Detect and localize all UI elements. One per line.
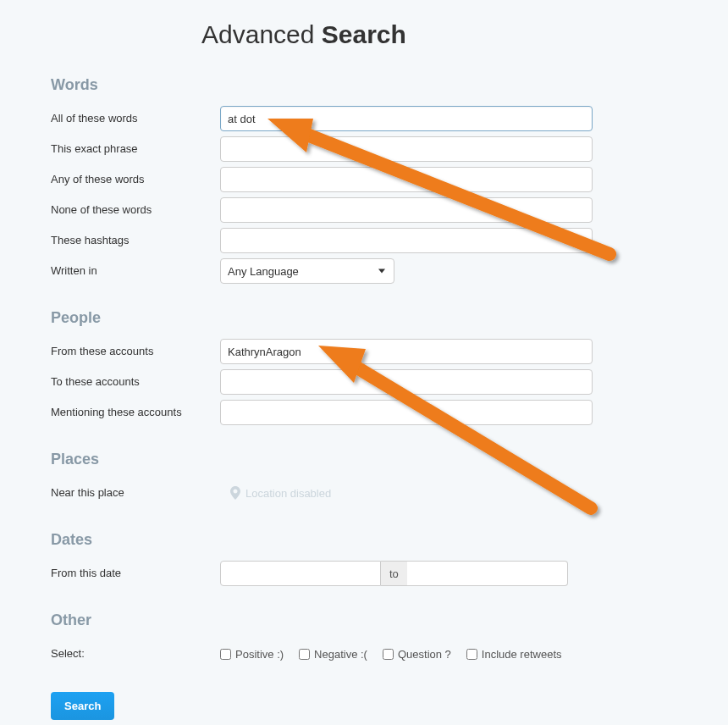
none-words-label: None of these words	[51, 203, 220, 217]
from-accounts-label: From these accounts	[51, 345, 220, 358]
from-accounts-input[interactable]	[220, 339, 593, 364]
negative-option[interactable]: Negative :(	[299, 648, 367, 661]
positive-checkbox[interactable]	[220, 649, 231, 660]
hashtags-input[interactable]	[220, 228, 593, 253]
all-words-input[interactable]	[220, 106, 593, 131]
title-light: Advanced	[201, 20, 314, 48]
page-title: Advanced Search	[201, 20, 677, 49]
exact-phrase-input[interactable]	[220, 136, 593, 162]
from-date-label: From this date	[51, 567, 220, 580]
question-option[interactable]: Question ?	[383, 648, 451, 661]
chevron-down-icon	[378, 269, 385, 274]
title-bold: Search	[322, 20, 406, 48]
exact-phrase-label: This exact phrase	[51, 142, 220, 156]
negative-checkbox[interactable]	[299, 649, 310, 660]
people-heading: People	[51, 309, 677, 327]
other-heading: Other	[51, 612, 677, 629]
date-to-separator: to	[381, 561, 407, 586]
hashtags-label: These hashtags	[51, 234, 220, 247]
any-words-label: Any of these words	[51, 173, 220, 186]
location-pin-icon	[230, 486, 240, 500]
question-checkbox[interactable]	[383, 649, 394, 660]
date-from-input[interactable]	[220, 561, 381, 586]
retweets-checkbox[interactable]	[466, 649, 477, 660]
places-heading: Places	[51, 451, 677, 468]
to-accounts-input[interactable]	[220, 369, 593, 395]
date-to-input[interactable]	[407, 561, 568, 586]
all-words-label: All of these words	[51, 112, 220, 125]
positive-option[interactable]: Positive :)	[220, 648, 284, 661]
language-label: Written in	[51, 264, 220, 278]
retweets-option[interactable]: Include retweets	[466, 648, 562, 661]
mention-accounts-label: Mentioning these accounts	[51, 406, 220, 419]
select-label: Select:	[51, 647, 220, 661]
location-disabled-text: Location disabled	[220, 486, 593, 500]
any-words-input[interactable]	[220, 167, 593, 192]
to-accounts-label: To these accounts	[51, 375, 220, 389]
near-place-label: Near this place	[51, 486, 220, 500]
search-button[interactable]: Search	[51, 692, 114, 720]
none-words-input[interactable]	[220, 197, 593, 223]
words-heading: Words	[51, 76, 677, 94]
dates-heading: Dates	[51, 531, 677, 549]
language-select[interactable]: Any Language	[220, 258, 394, 284]
language-value: Any Language	[228, 265, 299, 278]
mention-accounts-input[interactable]	[220, 400, 593, 425]
